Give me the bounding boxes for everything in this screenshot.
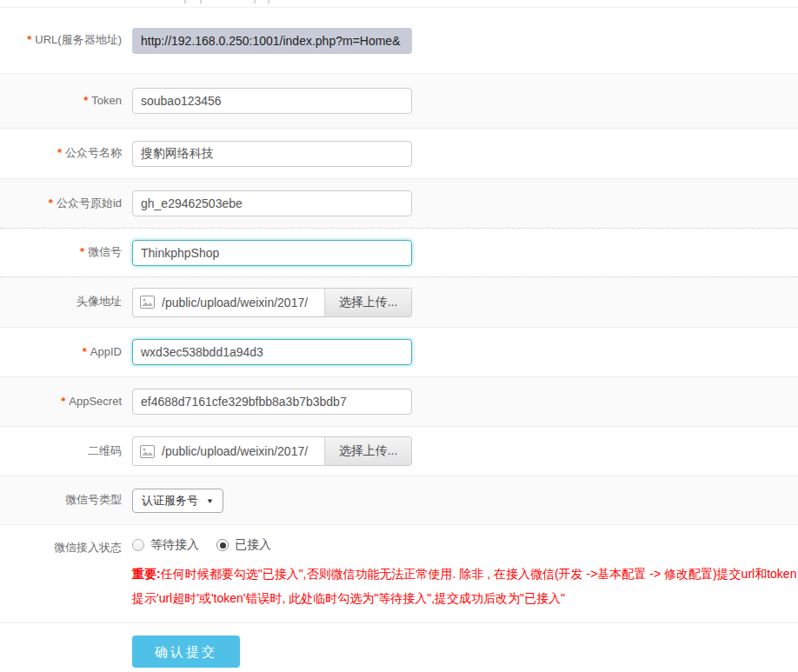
required-star: * [83,94,88,107]
qrcode-upload-button[interactable]: 选择上传... [324,437,411,465]
form-row-original-id: *公众号原始id [0,178,798,228]
qrcode-path: /public/upload/weixin/2017/ [133,444,324,458]
required-star: * [57,146,62,159]
form-row-access-status: 微信接入状态 等待接入 已接入 重要:任何时候都要勾选"已接入",否则微信功能无… [0,524,798,622]
avatar-path: /public/upload/weixin/2017/ [133,296,324,309]
access-warning: 重要:任何时候都要勾选"已接入",否则微信功能无法正常使用. 除非 , 在接入微… [132,562,796,610]
form-row-avatar: 头像地址 /public/upload/weixin/2017/ 选择上传... [0,276,798,327]
appid-label: *AppID [0,344,122,360]
selected-option: 认证服务号 [142,493,198,509]
required-star: * [49,196,53,210]
form-row-wechat-id: *微信号 [0,228,798,276]
avatar-upload-button[interactable]: 选择上传... [324,289,411,316]
form-row-account-name: *公众号名称 [0,128,798,178]
form-row-url: *URL(服务器地址) [0,7,798,73]
warning-line-1: 重要:任何时候都要勾选"已接入",否则微信功能无法正常使用. 除非 , 在接入微… [132,562,796,586]
form-row-appsecret: *AppSecret [0,376,798,426]
access-status-label: 微信接入状态 [0,540,122,556]
form-row-qrcode: 二维码 /public/upload/weixin/2017/ 选择上传... [0,426,798,476]
appsecret-input[interactable] [132,389,412,415]
original-id-input[interactable] [132,190,412,216]
required-star: * [61,395,65,408]
qrcode-upload-box: /public/upload/weixin/2017/ 选择上传... [132,436,412,466]
radio-checked-icon[interactable] [216,539,229,551]
appid-input[interactable] [132,339,412,365]
account-name-label: *公众号名称 [0,145,122,161]
qrcode-label: 二维码 [0,443,122,459]
wechat-id-label: *微信号 [0,244,122,260]
wechat-id-input[interactable] [132,240,412,266]
required-star: * [80,245,84,258]
form-row-token: *Token [0,73,798,128]
required-star: * [83,345,87,358]
required-star: * [27,33,31,46]
chevron-down-icon: ▼ [206,496,214,504]
radio-unchecked-icon[interactable] [132,539,144,551]
account-type-label: 微信号类型 [0,492,122,508]
url-label: *URL(服务器地址) [0,32,122,48]
qrcode-path-text: /public/upload/weixin/2017/ [162,444,308,458]
appsecret-label: *AppSecret [0,394,122,409]
submit-row: 确认提交 [0,622,798,672]
submit-button[interactable]: 确认提交 [132,635,240,668]
original-id-label: *公众号原始id [0,196,122,211]
warning-line-2: 提示'url超时'或'token'错误时, 此处临时勾选为"等待接入",提交成功… [132,586,796,610]
account-name-input[interactable] [132,141,412,167]
image-icon [140,445,155,458]
avatar-path-text: /public/upload/weixin/2017/ [162,296,308,309]
token-label: *Token [0,93,122,109]
avatar-upload-box: /public/upload/weixin/2017/ 选择上传... [132,288,412,317]
avatar-label: 头像地址 [0,294,122,309]
url-input[interactable] [132,28,412,54]
account-type-select[interactable]: 认证服务号 ▼ [132,489,223,513]
radio-connected[interactable]: 已接入 [216,537,271,553]
wechat-config-form: *URL(服务器地址) *Token *公众号名称 *公众号原始id [0,7,798,672]
token-input[interactable] [132,88,412,114]
radio-waiting[interactable]: 等待接入 [132,537,199,553]
form-row-account-type: 微信号类型 认证服务号 ▼ [0,476,798,524]
form-row-appid: *AppID [0,327,798,376]
image-icon [140,296,155,309]
